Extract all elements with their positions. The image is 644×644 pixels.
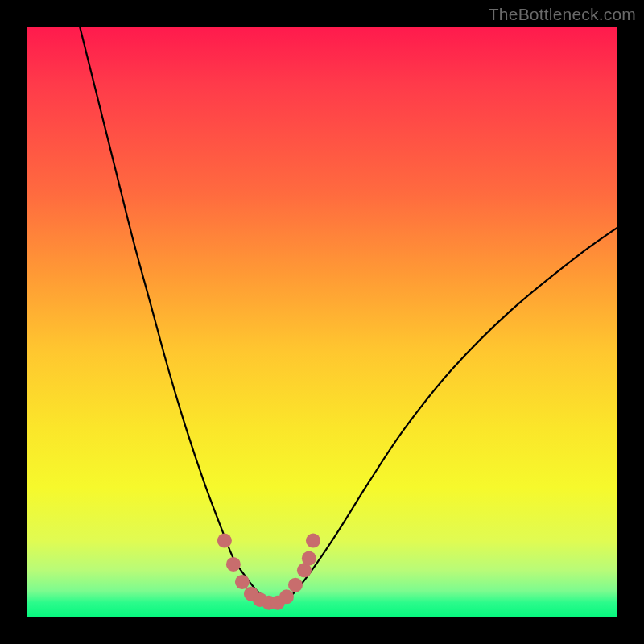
valley-dot bbox=[306, 534, 320, 548]
valley-dot bbox=[226, 557, 241, 572]
watermark-text: TheBottleneck.com bbox=[489, 5, 636, 24]
valley-dot bbox=[288, 578, 303, 592]
valley-dot bbox=[302, 551, 316, 566]
valley-dot bbox=[217, 534, 232, 548]
valley-dot bbox=[279, 589, 294, 604]
valley-dot bbox=[235, 575, 250, 589]
valley-dot-group bbox=[217, 534, 320, 610]
gradient-plot-area bbox=[27, 27, 617, 617]
curve-layer bbox=[27, 27, 617, 617]
bottleneck-curve bbox=[80, 27, 617, 603]
chart-frame: TheBottleneck.com bbox=[0, 0, 644, 644]
